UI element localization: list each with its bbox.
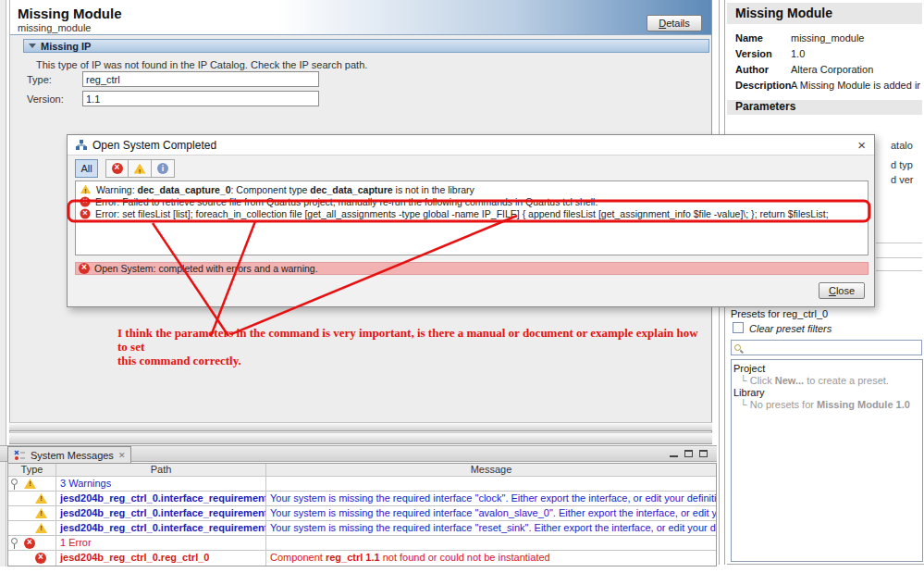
system-messages-icon <box>14 449 26 461</box>
warning-icon <box>80 185 92 194</box>
column-header-path[interactable]: Path <box>56 464 266 476</box>
info-icon <box>157 163 168 174</box>
dialog-message-list: Warning: dec_data_capture_0: Component t… <box>75 180 869 255</box>
filter-errors-button[interactable] <box>105 159 129 178</box>
error-icon <box>112 163 123 174</box>
left-gutter <box>0 0 6 566</box>
occluded-text-fragment: atalo <box>891 140 913 151</box>
status-text: Open System: completed with errors and a… <box>94 263 318 274</box>
table-row[interactable]: 1 Error <box>8 536 716 551</box>
parameter-grid-line <box>876 257 922 258</box>
tree-expander-icon[interactable] <box>11 479 18 485</box>
tab-close-icon[interactable]: ✕ <box>118 451 126 460</box>
error-icon <box>79 263 90 274</box>
table-row[interactable]: jesd204b_reg_ctrl_0.interface_requiremen… <box>8 506 716 521</box>
warning-icon <box>35 523 47 533</box>
preset-search-input[interactable] <box>745 342 918 354</box>
clear-preset-filters-checkbox[interactable] <box>733 322 744 333</box>
tree-expander-icon[interactable] <box>11 538 18 544</box>
dialog-title: Open System Completed <box>92 139 216 152</box>
list-item[interactable]: Warning: dec_data_capture_0: Component t… <box>76 183 868 195</box>
annotation-note: I think the parameters in the command is… <box>117 326 709 367</box>
open-system-completed-dialog: Open System Completed × All Warning: dec… <box>67 134 875 307</box>
error-icon <box>80 196 90 206</box>
system-messages-titlebar: System Messages ✕ <box>0 445 717 462</box>
list-item[interactable]: Error: Failed to retrieve source file fr… <box>76 195 868 207</box>
sidebar-field: AuthorAltera Corporation <box>735 64 920 75</box>
list-item[interactable]: Error: set filesList [list]; foreach_in_… <box>76 207 868 219</box>
filter-warnings-button[interactable] <box>129 159 152 178</box>
float-window-icon[interactable] <box>684 450 693 457</box>
warning-icon <box>134 164 146 174</box>
error-icon <box>80 208 90 218</box>
warning-icon <box>35 508 47 518</box>
missing-ip-section-header[interactable]: Missing IP <box>23 39 709 53</box>
parameter-grid-line <box>876 243 922 243</box>
missing-ip-description: This type of IP was not found in the IP … <box>36 59 367 70</box>
type-field[interactable] <box>82 71 319 87</box>
close-icon[interactable]: × <box>857 136 866 155</box>
dialog-status-bar: Open System: completed with errors and a… <box>75 262 869 275</box>
maximize-icon[interactable] <box>699 450 708 457</box>
version-field[interactable] <box>82 91 319 106</box>
table-row[interactable]: 3 Warnings <box>8 477 716 492</box>
filter-info-button[interactable] <box>152 159 175 178</box>
version-label: Version: <box>27 93 64 105</box>
parameters-section-header: Parameters <box>727 100 922 115</box>
qsys-window: Missing Module missing_module Details Mi… <box>0 0 924 585</box>
system-icon <box>76 140 87 151</box>
presets-title: Presets for reg_ctrl_0 <box>731 308 828 319</box>
type-label: Type: <box>27 74 52 85</box>
page-title: Missing Module <box>18 6 122 21</box>
table-row[interactable]: jesd204b_reg_ctrl_0.interface_requiremen… <box>8 492 716 506</box>
error-icon <box>35 553 46 564</box>
tree-item-project[interactable]: Project <box>733 363 920 375</box>
warning-icon <box>24 479 36 489</box>
error-icon <box>24 538 35 549</box>
sidebar-field: Namemissing_module <box>735 32 920 44</box>
presets-tree: Project └ Click New... to create a prese… <box>731 359 923 562</box>
sidebar-field: DescriptionA Missing Module is added in … <box>735 80 920 91</box>
tab-label: System Messages <box>31 450 114 461</box>
clear-preset-filters-label: Clear preset filters <box>749 323 832 334</box>
system-messages-table: Type Path Message 3 Warnings jesd204b_re… <box>7 463 717 566</box>
dialog-titlebar[interactable]: Open System Completed × <box>68 135 874 156</box>
page-subtitle: missing_module <box>18 22 91 33</box>
tab-system-messages[interactable]: System Messages ✕ <box>7 446 131 463</box>
column-header-message[interactable]: Message <box>266 464 716 476</box>
collapse-icon[interactable] <box>29 44 36 48</box>
preset-search-box <box>731 340 922 355</box>
search-icon <box>734 344 741 351</box>
parameter-grid-line <box>876 270 922 271</box>
close-button[interactable]: Close <box>819 282 865 299</box>
editor-header: Missing Module missing_module Details <box>10 0 711 35</box>
filter-all-button[interactable]: All <box>75 159 98 178</box>
occluded-text-fragment: d typ <box>891 159 913 170</box>
table-row[interactable]: jesd204b_reg_ctrl_0.reg_ctrl_0 Component… <box>8 551 716 566</box>
table-header-row: Type Path Message <box>8 464 716 477</box>
sidebar-field: Version1.0 <box>735 48 920 59</box>
section-title: Missing IP <box>41 41 91 52</box>
details-button[interactable]: Details <box>647 15 702 31</box>
tree-hint-library: └ No presets for Missing Module 1.0 <box>733 399 920 411</box>
horizontal-splitter[interactable] <box>9 432 712 444</box>
horizontal-splitter[interactable] <box>9 422 712 431</box>
occluded-text-fragment: d ver <box>891 174 913 185</box>
tree-hint-project: └ Click New... to create a preset. <box>733 375 920 387</box>
message-filter-toolbar: All <box>75 159 175 178</box>
sidebar-title: Missing Module <box>727 3 922 24</box>
table-row[interactable]: jesd204b_reg_ctrl_0.interface_requiremen… <box>8 521 716 536</box>
column-header-type[interactable]: Type <box>8 464 56 476</box>
minimize-icon[interactable] <box>670 450 678 457</box>
warning-icon <box>35 493 47 504</box>
tree-item-library[interactable]: Library <box>733 387 920 399</box>
